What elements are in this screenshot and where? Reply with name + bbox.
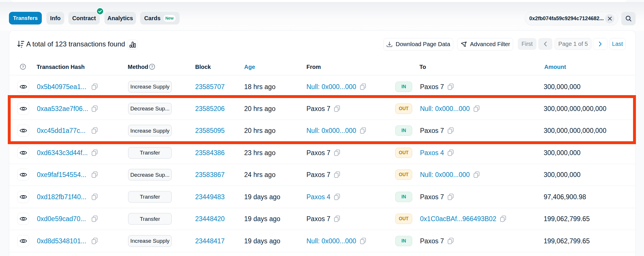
svg-text:?: ? — [22, 65, 24, 69]
svg-text:?: ? — [151, 65, 153, 69]
